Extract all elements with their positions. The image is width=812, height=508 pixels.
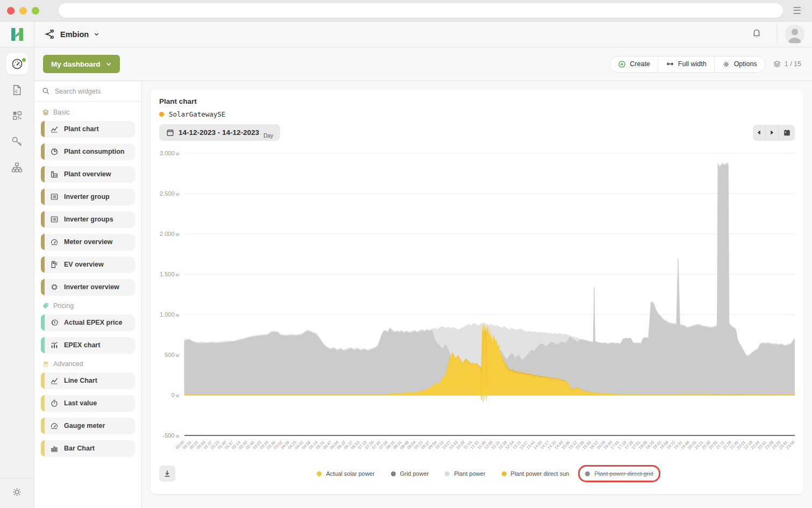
chevron-down-icon xyxy=(105,61,112,67)
y-axis-label: -500 w xyxy=(162,432,179,439)
legend-item-actual-solar-power[interactable]: Actual solar power xyxy=(317,470,375,477)
legend-item-grid-power[interactable]: Grid power xyxy=(391,470,429,477)
widget-item-inverter-groups[interactable]: Inverter groups xyxy=(41,211,135,227)
widget-label: Gauge meter xyxy=(64,422,105,430)
section-header-basic: Basic xyxy=(42,109,141,116)
chart-area: 3.000 w2.500 w2.000 w1.500 w1.000 w500 w… xyxy=(159,145,795,462)
layers-icon xyxy=(773,60,781,68)
window-controls xyxy=(0,7,47,15)
page-count: 1 / 15 xyxy=(785,60,801,68)
chevron-down-icon xyxy=(94,31,99,37)
address-bar[interactable] xyxy=(59,3,783,18)
search-icon xyxy=(42,87,50,95)
hamburger-icon[interactable]: ☰ xyxy=(793,6,807,16)
nav-dashboards[interactable] xyxy=(6,53,28,75)
nav-access-keys[interactable] xyxy=(6,131,28,152)
accent-bar xyxy=(41,279,45,295)
y-axis-label: 2.000 w xyxy=(160,231,180,237)
dashboard-selector-button[interactable]: My dashboard xyxy=(43,55,120,73)
chip-icon xyxy=(50,283,59,291)
accent-bar xyxy=(41,373,45,389)
calendar-button[interactable] xyxy=(779,125,795,141)
active-indicator-dot xyxy=(22,58,26,62)
date-granularity: Day xyxy=(263,133,273,139)
dashboard-actions: Create Full width Options xyxy=(610,56,765,73)
widget-item-plant-overview[interactable]: Plant overview xyxy=(41,166,135,182)
calendar-icon xyxy=(166,128,174,137)
date-range-picker[interactable]: 14-12-2023 - 14-12-2023 Day xyxy=(159,124,280,141)
line-chart-icon xyxy=(50,125,59,133)
download-button[interactable] xyxy=(159,466,175,482)
widget-title: Plant chart xyxy=(159,97,795,105)
nav-hierarchy[interactable] xyxy=(6,156,28,178)
date-range-text: 14-12-2023 - 14-12-2023 xyxy=(179,128,259,137)
legend-dot xyxy=(445,471,450,476)
org-switcher[interactable]: Embion xyxy=(34,22,109,47)
nav-billing[interactable]: € xyxy=(6,79,28,101)
accent-bar xyxy=(41,418,45,434)
nav-widgets[interactable] xyxy=(6,105,28,126)
widget-item-inverter-overview[interactable]: Inverter overview xyxy=(41,279,135,295)
widget-item-meter-overview[interactable]: Meter overview xyxy=(41,234,135,250)
create-label: Create xyxy=(630,60,650,68)
layers-icon xyxy=(42,109,49,116)
device-status-dot xyxy=(159,112,164,117)
key-icon xyxy=(11,135,23,148)
options-button[interactable]: Options xyxy=(715,56,765,72)
org-name: Embion xyxy=(60,30,89,39)
create-button[interactable]: Create xyxy=(610,56,658,72)
widget-label: Inverter overview xyxy=(64,283,119,291)
widget-item-plant-chart[interactable]: Plant chart xyxy=(41,121,135,137)
search-input[interactable] xyxy=(55,88,130,95)
widget-list: BasicPlant chartPlant consumptionPlant o… xyxy=(34,102,141,508)
speedometer-icon xyxy=(11,58,24,70)
accent-bar xyxy=(41,166,45,182)
minimize-window-button[interactable] xyxy=(19,7,27,15)
notifications-button[interactable] xyxy=(737,27,777,41)
widget-item-gauge-meter[interactable]: Gauge meter xyxy=(41,418,135,434)
widget-label: EPEX chart xyxy=(64,341,100,349)
chart-legend: Actual solar powerGrid powerPlant powerP… xyxy=(175,470,795,477)
legend-item-plant-power-direct-sun[interactable]: Plant power direct sun xyxy=(502,470,569,477)
full-width-button[interactable]: Full width xyxy=(658,56,715,72)
legend-item-plant-power[interactable]: Plant power xyxy=(445,470,485,477)
h-logo-icon xyxy=(9,26,25,42)
next-period-button[interactable] xyxy=(766,125,779,141)
prev-period-button[interactable] xyxy=(753,125,766,141)
widget-item-line-chart[interactable]: Line Chart xyxy=(41,373,135,389)
widget-label: Plant overview xyxy=(64,170,111,178)
options-label: Options xyxy=(734,60,757,68)
sitemap-icon xyxy=(11,161,23,174)
browser-chrome: ☰ xyxy=(0,0,812,22)
legend-item-plant-power-direct-grid[interactable]: Plant power direct grid xyxy=(585,470,653,477)
accent-bar xyxy=(41,395,45,411)
widget-item-ev-overview[interactable]: EV overview xyxy=(41,256,135,273)
widget-item-actual-epex-price[interactable]: €Actual EPEX price xyxy=(41,314,135,331)
screen: ☰ Embion xyxy=(0,0,812,508)
section-header-advanced: Advanced xyxy=(42,360,141,368)
maximize-window-button[interactable] xyxy=(32,7,39,15)
bar-chart-icon xyxy=(50,444,59,453)
widget-item-plant-consumption[interactable]: Plant consumption xyxy=(41,144,135,160)
legend-label: Plant power direct grid xyxy=(594,470,653,477)
dashboard-canvas: Plant chart SolarGatewaySE 14 xyxy=(142,81,812,508)
network-icon xyxy=(44,28,55,40)
widget-search[interactable] xyxy=(34,81,141,102)
plant-chart-widget: Plant chart SolarGatewaySE 14 xyxy=(151,90,803,494)
page-indicator: 1 / 15 xyxy=(773,60,801,68)
bell-icon xyxy=(751,27,763,39)
close-window-button[interactable] xyxy=(7,7,15,15)
widget-item-last-value[interactable]: Last value xyxy=(41,395,135,411)
widget-label: Plant consumption xyxy=(64,148,125,155)
widget-item-epex-chart[interactable]: EPEX chart xyxy=(41,337,135,353)
user-menu[interactable] xyxy=(777,25,812,44)
widget-label: Last value xyxy=(64,399,97,407)
gear-icon xyxy=(11,486,23,498)
nav-settings[interactable] xyxy=(0,478,34,508)
person-icon xyxy=(785,25,804,44)
widget-item-inverter-group[interactable]: Inverter group xyxy=(41,189,135,205)
app-logo[interactable] xyxy=(0,22,34,47)
widget-item-bar-chart[interactable]: Bar Chart xyxy=(41,440,135,456)
price-coin-icon: € xyxy=(50,318,59,327)
device-row: SolarGatewaySE xyxy=(159,110,795,118)
